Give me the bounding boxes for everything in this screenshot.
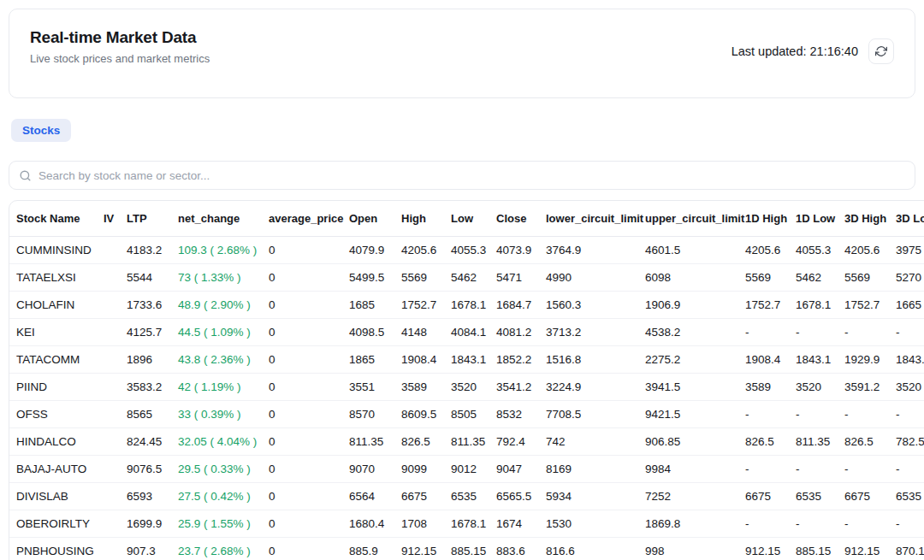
value-cell: 998: [645, 538, 745, 560]
value-cell: 1908.4: [745, 346, 796, 374]
table-row: TATAELXSI554473 ( 1.33% )05499.555695462…: [9, 264, 924, 292]
page-title: Real-time Market Data: [30, 28, 210, 47]
value-cell: [104, 237, 127, 264]
value-cell: 1733.6: [127, 292, 178, 319]
table-row: CHOLAFIN1733.648.9 ( 2.90% )016851752.71…: [9, 292, 924, 319]
value-cell: 3520: [796, 374, 844, 401]
stock-name-cell: DIVISLAB: [9, 483, 104, 510]
value-cell: -: [844, 510, 896, 538]
stock-name-cell: BAJAJ-AUTO: [9, 456, 104, 483]
value-cell: 5569: [401, 264, 451, 292]
value-cell: 3520: [896, 374, 924, 401]
refresh-button[interactable]: [868, 38, 894, 64]
page-subtitle: Live stock prices and market metrics: [30, 52, 210, 65]
value-cell: 826.5: [401, 428, 451, 456]
value-cell: 4601.5: [645, 237, 745, 264]
last-updated-text: Last updated: 21:16:40: [732, 44, 858, 58]
value-cell: 4073.9: [496, 237, 546, 264]
column-header: LTP: [127, 201, 178, 237]
value-cell: 0: [269, 237, 349, 264]
value-cell: 0: [269, 319, 349, 346]
value-cell: 9984: [645, 456, 745, 483]
value-cell: [104, 456, 127, 483]
value-cell: 42 ( 1.19% ): [178, 374, 269, 401]
value-cell: 1516.8: [546, 346, 645, 374]
value-cell: 5471: [496, 264, 546, 292]
value-cell: 3713.2: [546, 319, 645, 346]
value-cell: 4125.7: [127, 319, 178, 346]
table-row: KEI4125.744.5 ( 1.09% )04098.541484084.1…: [9, 319, 924, 346]
value-cell: 4538.2: [645, 319, 745, 346]
value-cell: 1896: [127, 346, 178, 374]
value-cell: 1680.4: [349, 510, 401, 538]
value-cell: 9099: [401, 456, 451, 483]
search-input[interactable]: [38, 169, 905, 182]
value-cell: 1929.9: [844, 346, 896, 374]
value-cell: 3764.9: [546, 237, 645, 264]
value-cell: 5499.5: [349, 264, 401, 292]
value-cell: 0: [269, 428, 349, 456]
stock-table: Stock NameIVLTPnet_changeaverage_priceOp…: [9, 201, 924, 560]
table-row: PNBHOUSING907.323.7 ( 2.68% )0885.9912.1…: [9, 538, 924, 560]
value-cell: 0: [269, 483, 349, 510]
value-cell: 792.4: [496, 428, 546, 456]
value-cell: 7252: [645, 483, 745, 510]
stock-name-cell: PIIND: [9, 374, 104, 401]
value-cell: 6593: [127, 483, 178, 510]
value-cell: -: [745, 319, 796, 346]
value-cell: 782.5: [896, 428, 924, 456]
tab-stocks[interactable]: Stocks: [11, 119, 71, 142]
value-cell: 870.15: [896, 538, 924, 560]
value-cell: 1752.7: [745, 292, 796, 319]
value-cell: 4183.2: [127, 237, 178, 264]
value-cell: 23.7 ( 2.68% ): [178, 538, 269, 560]
header-titles: Real-time Market Data Live stock prices …: [30, 28, 210, 79]
value-cell: 824.45: [127, 428, 178, 456]
table-row: PIIND3583.242 ( 1.19% )03551358935203541…: [9, 374, 924, 401]
value-cell: 48.9 ( 2.90% ): [178, 292, 269, 319]
value-cell: -: [896, 456, 924, 483]
value-cell: 6535: [896, 483, 924, 510]
value-cell: 1843.1: [896, 346, 924, 374]
value-cell: 8565: [127, 401, 178, 428]
value-cell: 3975: [896, 237, 924, 264]
column-header: 3D Low: [896, 201, 924, 237]
value-cell: 44.5 ( 1.09% ): [178, 319, 269, 346]
value-cell: 5462: [451, 264, 496, 292]
value-cell: 1674: [496, 510, 546, 538]
column-header: High: [401, 201, 451, 237]
column-header: upper_circuit_limit: [645, 201, 745, 237]
value-cell: 109.3 ( 2.68% ): [178, 237, 269, 264]
value-cell: 0: [269, 510, 349, 538]
value-cell: 8505: [451, 401, 496, 428]
value-cell: 1560.3: [546, 292, 645, 319]
value-cell: 885.9: [349, 538, 401, 560]
value-cell: -: [796, 319, 844, 346]
value-cell: 6535: [451, 483, 496, 510]
value-cell: 9076.5: [127, 456, 178, 483]
column-header: Close: [496, 201, 546, 237]
value-cell: 8609.5: [401, 401, 451, 428]
value-cell: 4148: [401, 319, 451, 346]
value-cell: 1908.4: [401, 346, 451, 374]
value-cell: 1678.1: [796, 292, 844, 319]
value-cell: 3520: [451, 374, 496, 401]
value-cell: 7708.5: [546, 401, 645, 428]
stock-name-cell: PNBHOUSING: [9, 538, 104, 560]
value-cell: 9070: [349, 456, 401, 483]
market-data-page: Real-time Market Data Live stock prices …: [0, 0, 924, 560]
value-cell: [104, 510, 127, 538]
value-cell: 5270: [896, 264, 924, 292]
column-header: Stock Name: [9, 201, 104, 237]
value-cell: 3583.2: [127, 374, 178, 401]
value-cell: 811.35: [796, 428, 844, 456]
value-cell: -: [844, 319, 896, 346]
value-cell: 1665: [896, 292, 924, 319]
value-cell: 4084.1: [451, 319, 496, 346]
table-header-row: Stock NameIVLTPnet_changeaverage_priceOp…: [9, 201, 924, 237]
value-cell: 4098.5: [349, 319, 401, 346]
value-cell: 9047: [496, 456, 546, 483]
value-cell: 885.15: [796, 538, 844, 560]
header-right: Last updated: 21:16:40: [732, 38, 894, 64]
column-header: average_price: [269, 201, 349, 237]
